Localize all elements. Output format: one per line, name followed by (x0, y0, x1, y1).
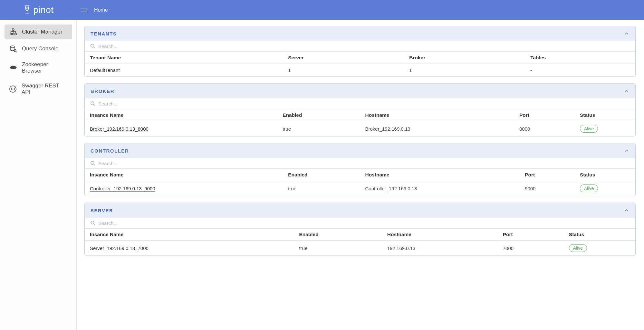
status-badge: Alive (580, 125, 598, 133)
cell-enabled: true (283, 181, 360, 196)
controller-panel: CONTROLLER Insance Name Enabled Hostname… (84, 143, 636, 196)
tenants-panel-header[interactable]: TENANTS (85, 26, 635, 41)
svg-rect-4 (12, 29, 14, 30)
tenants-table: Tenant Name Server Broker Tables Default… (85, 52, 635, 76)
cell-broker: 1 (404, 64, 525, 77)
chevron-up-icon (624, 207, 630, 213)
server-search-row (85, 218, 635, 228)
col-broker[interactable]: Broker (404, 52, 525, 64)
logo-area: pinot (6, 5, 71, 15)
svg-line-10 (16, 51, 17, 52)
svg-line-16 (94, 105, 95, 106)
col-port[interactable]: Port (514, 109, 575, 121)
svg-rect-6 (13, 33, 14, 35)
controller-instance-link[interactable]: Controller_192.169.0.13_9000 (90, 186, 155, 191)
col-hostname[interactable]: Hostname (360, 169, 520, 181)
main-content: TENANTS Tenant Name Server Broker Tables (77, 20, 644, 330)
controller-search-input[interactable] (98, 161, 630, 166)
app-header: pinot Home (0, 0, 644, 20)
query-icon (9, 45, 17, 53)
table-row: Broker_192.169.0.13_8000 true Broker_192… (85, 121, 635, 136)
svg-line-18 (94, 164, 95, 165)
zookeeper-icon (9, 64, 17, 72)
tenant-name-link[interactable]: DefaultTenant (90, 67, 120, 73)
server-instance-link[interactable]: Server_192.169.0.13_7000 (90, 245, 149, 251)
col-status[interactable]: Status (564, 229, 635, 241)
breadcrumb[interactable]: Home (94, 7, 108, 13)
status-badge: Alive (569, 244, 587, 252)
broker-search-row (85, 98, 635, 109)
table-row: Server_192.169.0.13_7000 true 192.169.0.… (85, 241, 635, 256)
svg-point-3 (26, 8, 27, 9)
svg-rect-7 (15, 33, 16, 35)
hamburger-icon (80, 6, 88, 14)
col-enabled[interactable]: Enabled (277, 109, 360, 121)
col-port[interactable]: Port (498, 229, 564, 241)
chevron-up-icon (624, 148, 630, 154)
col-enabled[interactable]: Enabled (283, 169, 360, 181)
cell-enabled: true (294, 241, 382, 256)
col-tenant-name[interactable]: Tenant Name (85, 52, 283, 64)
col-port[interactable]: Port (520, 169, 575, 181)
controller-panel-header[interactable]: CONTROLLER (85, 143, 635, 158)
cell-port: 7000 (498, 241, 564, 256)
cell-hostname: Broker_192.169.0.13 (360, 121, 514, 136)
col-tables[interactable]: Tables (525, 52, 635, 64)
sidebar-item-label: Zookeeper Browser (22, 61, 67, 74)
col-status[interactable]: Status (575, 109, 635, 121)
table-row: Controller_192.169.0.13_9000 true Contro… (85, 181, 635, 196)
search-icon (90, 220, 96, 226)
svg-point-17 (91, 161, 94, 165)
col-instance-name[interactable]: Insance Name (85, 109, 277, 121)
col-hostname[interactable]: Hostname (382, 229, 498, 241)
table-row: DefaultTenant 1 1 - (85, 64, 635, 77)
controller-table: Insance Name Enabled Hostname Port Statu… (85, 169, 635, 196)
tenants-panel: TENANTS Tenant Name Server Broker Tables (84, 26, 636, 77)
search-icon (90, 160, 96, 166)
cell-port: 8000 (514, 121, 575, 136)
sidebar-item-zookeeper-browser[interactable]: Zookeeper Browser (5, 58, 72, 77)
svg-point-19 (91, 221, 94, 224)
sidebar-item-swagger-rest-api[interactable]: Swagger REST API (5, 79, 72, 99)
sidebar: Cluster Manager Query Console Zookeeper … (0, 20, 77, 330)
api-icon (9, 85, 17, 93)
svg-point-8 (10, 46, 15, 48)
broker-panel-header[interactable]: BROKER (85, 84, 635, 98)
col-server[interactable]: Server (283, 52, 404, 64)
cell-tables: - (525, 64, 635, 77)
col-instance-name[interactable]: Insance Name (85, 169, 283, 181)
col-hostname[interactable]: Hostname (360, 109, 514, 121)
tenants-search-input[interactable] (98, 44, 630, 49)
hamburger-menu-button[interactable] (80, 6, 88, 14)
svg-point-15 (91, 102, 94, 105)
panel-title: TENANTS (91, 31, 117, 36)
app-logo[interactable]: pinot (24, 5, 53, 15)
cluster-icon (9, 28, 17, 36)
svg-point-12 (13, 89, 14, 89)
cell-hostname: Controller_192.169.0.13 (360, 181, 520, 196)
pinot-glass-icon (24, 5, 31, 15)
sidebar-item-query-console[interactable]: Query Console (5, 41, 72, 56)
broker-table: Insance Name Enabled Hostname Port Statu… (85, 109, 635, 136)
col-instance-name[interactable]: Insance Name (85, 229, 294, 241)
svg-point-13 (91, 44, 94, 47)
panel-title: CONTROLLER (91, 148, 129, 154)
panel-title: SERVER (91, 208, 113, 213)
panel-title: BROKER (91, 88, 114, 94)
svg-point-2 (27, 7, 27, 8)
svg-line-14 (94, 47, 95, 48)
tenants-search-row (85, 41, 635, 52)
server-table: Insance Name Enabled Hostname Port Statu… (85, 228, 635, 255)
sidebar-item-cluster-manager[interactable]: Cluster Manager (5, 25, 72, 39)
broker-search-input[interactable] (98, 101, 630, 106)
broker-instance-link[interactable]: Broker_192.169.0.13_8000 (90, 126, 149, 132)
sidebar-item-label: Cluster Manager (22, 29, 62, 35)
status-badge: Alive (580, 185, 598, 192)
cell-server: 1 (283, 64, 404, 77)
search-icon (90, 43, 96, 49)
server-panel-header[interactable]: SERVER (85, 203, 635, 218)
col-status[interactable]: Status (575, 169, 635, 181)
col-enabled[interactable]: Enabled (294, 229, 382, 241)
broker-panel: BROKER Insance Name Enabled Hostname Por… (84, 83, 636, 136)
server-search-input[interactable] (98, 220, 630, 226)
